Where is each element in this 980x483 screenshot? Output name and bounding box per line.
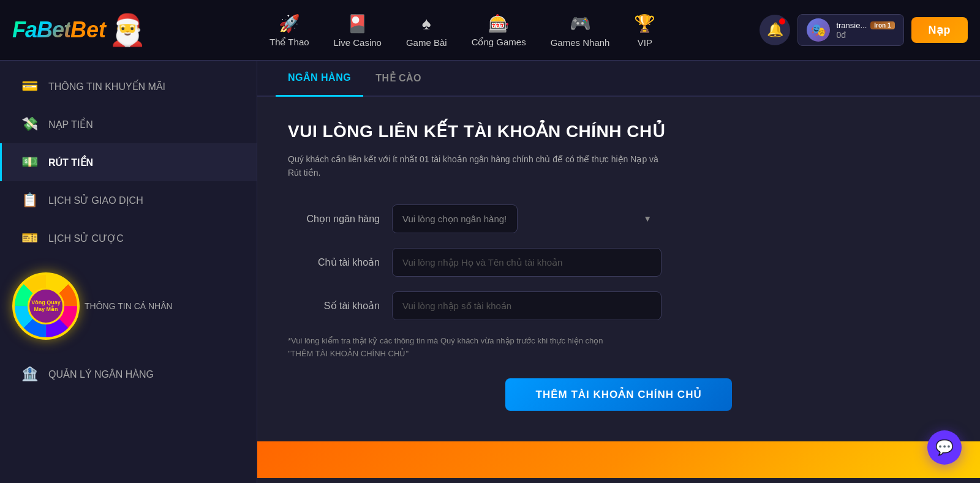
nav-vip-label: VIP [638, 37, 652, 48]
lucky-wheel-label: Vòng QuayMay Mắn [31, 299, 61, 313]
lucky-wheel-area[interactable]: Vòng QuayMay Mắn THÔNG TIN CÁ NHÂN [0, 257, 257, 355]
header-right: 🔔 🎭 transie... Iron 1 0đ Nạp [760, 14, 968, 46]
sidebar-khuyen-mai-label: THÔNG TIN KHUYẾN MÃI [48, 81, 165, 92]
owner-input[interactable] [392, 248, 662, 277]
avatar: 🎭 [807, 18, 830, 42]
sidebar-nap-tien-label: NẠP TIỀN [48, 119, 93, 130]
sidebar-lich-su-cuoc-label: LỊCH SỬ CƯỢC [48, 233, 124, 244]
sidebar-item-thong-tin-khuyen-mai[interactable]: 💳 THÔNG TIN KHUYẾN MÃI [0, 67, 257, 105]
nav-cong-games-label: Cổng Games [472, 37, 526, 48]
game-bai-icon: ♠ [422, 13, 431, 35]
nav-games-nhanh[interactable]: 🎮 Games Nhanh [551, 13, 610, 48]
account-row: Số tài khoản [288, 291, 949, 320]
nav-live-casino-label: Live Casino [334, 37, 382, 48]
cong-games-icon: 🎰 [488, 12, 510, 34]
lucky-wheel-inner: Vòng QuayMay Mắn [28, 288, 64, 324]
nav-games-nhanh-label: Games Nhanh [551, 37, 610, 48]
owner-label: Chủ tài khoản [288, 256, 380, 268]
logo-text[interactable]: FaBet [12, 17, 70, 43]
owner-row: Chủ tài khoản [288, 248, 949, 277]
the-thao-icon: 🚀 [279, 12, 300, 34]
form-title: VUI LÒNG LIÊN KẾT TÀI KHOẢN CHÍNH CHỦ [288, 121, 949, 141]
account-input[interactable] [392, 291, 662, 320]
notification-badge [779, 18, 785, 24]
bank-row: Chọn ngân hàng Vui lòng chọn ngân hàng! … [288, 204, 949, 233]
username: transie... [836, 21, 867, 30]
nav-game-bai[interactable]: ♠ Game Bài [406, 13, 447, 48]
games-nhanh-icon: 🎮 [570, 13, 591, 35]
rut-tien-icon: 💵 [20, 154, 39, 170]
khuyen-mai-icon: 💳 [20, 78, 39, 94]
tab-the-cao[interactable]: THẺ CÀO [363, 61, 434, 97]
bank-select[interactable]: Vui lòng chọn ngân hàng! [392, 204, 518, 233]
header: FaBet Bet 🎅 🚀 Thể Thao 🎴 Live Casino ♠ G… [0, 0, 980, 61]
vip-icon: 🏆 [634, 13, 655, 35]
sidebar: 💳 THÔNG TIN KHUYẾN MÃI 💸 NẠP TIỀN 💵 RÚT … [0, 61, 257, 483]
sidebar-quan-ly-ngan-hang-label: QUẢN LÝ NGÂN HÀNG [48, 369, 154, 380]
nap-tien-icon: 💸 [20, 116, 39, 132]
form-note: *Vui lòng kiểm tra thật kỹ các thông tin… [288, 335, 949, 361]
nav-the-thao-label: Thể Thao [270, 37, 309, 48]
form-area: VUI LÒNG LIÊN KẾT TÀI KHOẢN CHÍNH CHỦ Qu… [257, 97, 980, 435]
sidebar-item-lich-su-cuoc[interactable]: 🎫 LỊCH SỬ CƯỢC [0, 219, 257, 257]
sidebar-item-quan-ly-ngan-hang[interactable]: 🏦 QUẢN LÝ NGÂN HÀNG [0, 355, 257, 393]
chat-button[interactable]: 💬 [927, 430, 962, 465]
tab-ngan-hang[interactable]: NGÂN HÀNG [276, 61, 363, 97]
lucky-wheel[interactable]: Vòng QuayMay Mắn [12, 272, 80, 340]
nav-vip[interactable]: 🏆 VIP [634, 13, 655, 48]
nav-game-bai-label: Game Bài [406, 37, 447, 48]
sidebar-item-nap-tien[interactable]: 💸 NẠP TIỀN [0, 105, 257, 143]
chevron-down-icon: ▼ [643, 214, 652, 223]
nap-button[interactable]: Nạp [911, 17, 968, 43]
bank-label: Chọn ngân hàng [288, 213, 380, 225]
user-details: transie... Iron 1 0đ [836, 21, 894, 40]
user-name-area: transie... Iron 1 [836, 21, 894, 30]
lich-su-giao-dich-icon: 📋 [20, 192, 39, 208]
nav-the-thao[interactable]: 🚀 Thể Thao [270, 12, 309, 48]
lich-su-cuoc-icon: 🎫 [20, 230, 39, 246]
logo-mascot: 🎅 [108, 12, 146, 48]
sidebar-thong-tin-ca-nhan[interactable]: THÔNG TIN CÁ NHÂN [85, 301, 173, 311]
logo-area: FaBet Bet 🎅 [12, 12, 165, 48]
sidebar-lich-su-giao-dich-label: LỊCH SỬ GIAO DỊCH [48, 195, 143, 206]
live-casino-icon: 🎴 [347, 13, 368, 35]
main-content: NGÂN HÀNG THẺ CÀO VUI LÒNG LIÊN KẾT TÀI … [257, 61, 980, 483]
rank-badge: Iron 1 [870, 21, 894, 29]
logo-bet[interactable]: Bet [70, 17, 106, 43]
nav-menu: 🚀 Thể Thao 🎴 Live Casino ♠ Game Bài 🎰 Cổ… [172, 12, 753, 48]
sidebar-item-lich-su-giao-dich[interactable]: 📋 LỊCH SỬ GIAO DỊCH [0, 181, 257, 219]
notification-button[interactable]: 🔔 [760, 15, 790, 45]
nav-cong-games[interactable]: 🎰 Cổng Games [472, 12, 526, 48]
main-layout: 💳 THÔNG TIN KHUYẾN MÃI 💸 NẠP TIỀN 💵 RÚT … [0, 61, 980, 483]
sidebar-rut-tien-label: RÚT TIỀN [48, 157, 93, 168]
chat-icon: 💬 [935, 439, 954, 456]
user-info[interactable]: 🎭 transie... Iron 1 0đ [797, 14, 903, 46]
sidebar-item-rut-tien[interactable]: 💵 RÚT TIỀN [0, 143, 257, 181]
user-balance: 0đ [836, 30, 894, 40]
nav-live-casino[interactable]: 🎴 Live Casino [334, 13, 382, 48]
submit-button[interactable]: THÊM TÀI KHOẢN CHÍNH CHỦ [505, 378, 733, 411]
form-description: Quý khách cần liên kết với ít nhất 01 tà… [288, 152, 668, 180]
quan-ly-ngan-hang-icon: 🏦 [20, 366, 39, 382]
account-label: Số tài khoản [288, 300, 380, 312]
tab-bar: NGÂN HÀNG THẺ CÀO [257, 61, 980, 97]
bottom-strip [257, 441, 980, 478]
bank-select-wrapper: Vui lòng chọn ngân hàng! ▼ [392, 204, 662, 233]
